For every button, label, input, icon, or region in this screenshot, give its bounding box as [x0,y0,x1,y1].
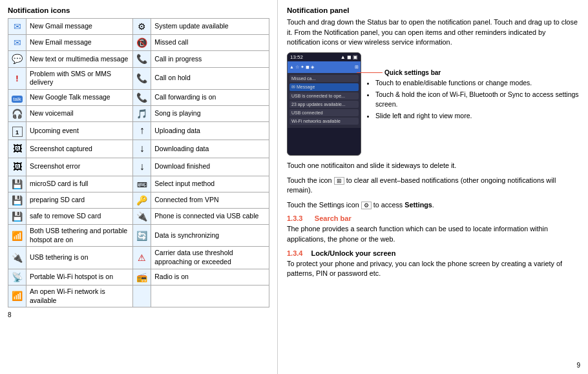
table-row: talkNew Google Talk message📞Call forward… [8,89,269,105]
label-cell-right: Radio is on [151,269,269,285]
label-cell-left: Both USB tethering and portable hotspot … [26,225,133,247]
icon-cell-right: ↓ [133,158,151,176]
icon-cell-right: 📞 [133,89,151,105]
table-row: 🖼Screenshot error↓Download finished [8,158,269,176]
quick-settings-bullets: Touch to enable/disable functions or cha… [368,78,579,121]
label-cell-left: An open Wi-Fi network is available [26,285,133,307]
touch-note: Touch one notificaiton and slide it side… [287,161,579,171]
icon-cell-right: 📞 [133,51,151,67]
label-cell-left: New voicemail [26,106,133,122]
icon-cell-left: 1 [8,122,26,140]
label-cell-left: Problem with SMS or MMS delivery [26,67,133,89]
notif-item-1: Missed ca... [289,75,359,82]
label-cell-left: preparing SD card [26,192,133,208]
icon-cell-left: ✉ [8,35,26,51]
label-cell-right: Missed call [151,35,269,51]
icon-cell-left: 💾 [8,192,26,208]
icon-cell-left: 🖼 [8,158,26,176]
icon-cell-right: ↓ [133,140,151,158]
table-row: !Problem with SMS or MMS delivery📞Call o… [8,67,269,89]
label-cell-right: Select input method [151,176,269,192]
table-row: 💾preparing SD card🔑 Connected from VPN [8,192,269,208]
phone-time: 13:52 [290,54,303,60]
icon-cell-left: 💾 [8,176,26,192]
icon-cell-left: 📡 [8,269,26,285]
left-section-title: Notification icons [8,6,269,14]
icon-cell-left: 🔌 [8,247,26,269]
icon-cell-right: 📻 [133,269,151,285]
phone-screenshot: 13:52 ▲ ◼ ▣ ▲ ☆ ✦ ◼ ◈ ⊞ Missed ca... ✉ M… [287,52,361,156]
qs-bullet-3: Slide left and right to view more. [375,111,579,121]
label-cell-right: Call on hold [151,67,269,89]
table-row: 💾safe to remove SD card🔌Phone is connect… [8,208,269,224]
phone-icons: ▲ ◼ ▣ [341,54,358,60]
label-cell-left: Upcoming event [26,122,133,140]
quick-settings-bullets-container: Touch to enable/disable functions or cha… [368,78,579,156]
section-133-number: 1.3.3 [287,214,302,222]
table-row: 🎧New voicemail🎵Song is playing [8,106,269,122]
quick-settings-bar-label: Quick settings bar [384,69,441,76]
label-cell-right [151,285,269,307]
label-cell-right: Download finished [151,158,269,176]
section-134-number: 1.3.4 [287,249,302,257]
label-cell-left: New Google Talk message [26,89,133,105]
search-bar-title: Search bar [315,214,352,222]
icon-cell-right: 📵 [133,35,151,51]
label-cell-left: safe to remove SD card [26,208,133,224]
right-page: Notification panel Touch and drag down t… [278,0,588,374]
label-cell-right: Call forwarding is on [151,89,269,105]
label-cell-right: Uploading data [151,122,269,140]
table-row: 🖼Screenshot captured↓Downloading data [8,140,269,158]
label-cell-left: New Gmail message [26,19,133,35]
phone-status-bar: 13:52 ▲ ◼ ▣ [288,53,361,61]
icon-cell-left: 🖼 [8,140,26,158]
table-row: 1Upcoming event↑Uploading data [8,122,269,140]
table-row: 💬New text or multimedia message📞Call in … [8,51,269,67]
right-section-title: Notification panel [287,6,579,14]
qs-bullet-1: Touch to enable/disable functions or cha… [375,78,579,88]
table-row: ✉New Gmail message⚙System update availab… [8,19,269,35]
label-cell-right: Song is playing [151,106,269,122]
icon-cell-right: ↑ [133,122,151,140]
icon-cell-right [133,285,151,307]
label-cell-right: Carrier data use threshold approaching o… [151,247,269,269]
icon-cell-right: ⚙ [133,19,151,35]
label-cell-right: Phone is connected via USB cable [151,208,269,224]
intro-text: Touch and drag down the Status bar to op… [287,17,579,48]
icon-cell-left: 📶 [8,285,26,307]
icon-cell-right: ⌨ [133,176,151,192]
table-row: 📶Both USB tethering and portable hotspot… [8,225,269,247]
icon-cell-right: 🎵 [133,106,151,122]
icon-cell-left: 💾 [8,208,26,224]
icon-cell-left: ! [8,67,26,89]
icon-cell-left: 🎧 [8,106,26,122]
notif-item-5: USB connected [289,109,359,116]
clear-note: Touch the icon ⊞ to clear all event–base… [287,176,579,196]
icon-cell-left: ✉ [8,19,26,35]
notif-item-4: 23 app updates available... [289,101,359,108]
notif-item-6: Wi-Fi networks available [289,118,359,125]
left-page: Notification icons ✉New Gmail message⚙Sy… [0,0,278,374]
label-cell-right: Data is synchronizing [151,225,269,247]
label-cell-right: Connected from VPN [151,192,269,208]
label-cell-right: Call in progress [151,51,269,67]
qs-bullet-2: Touch & hold the icon of Wi-Fi, Bluetoot… [375,90,579,110]
search-bar-text: The phone provides a search function whi… [287,224,579,244]
icon-cell-right: ⚠ [133,247,151,269]
table-row: 📡Portable Wi-Fi hotspot is on📻Radio is o… [8,269,269,285]
label-cell-left: Screenshot error [26,158,133,176]
label-cell-right: System update available [151,19,269,35]
quick-settings-section: 13:52 ▲ ◼ ▣ ▲ ☆ ✦ ◼ ◈ ⊞ Missed ca... ✉ M… [287,52,579,156]
page-number-left: 8 [8,311,269,318]
label-cell-left: USB tethering is on [26,247,133,269]
lock-title: Lock/Unlock your screen [311,249,396,257]
phone-notification-panel: Missed ca... ✉ Message USB is connected … [288,73,361,128]
settings-note: Touch the Settings icon ⚙ to access Sett… [287,200,579,211]
label-cell-left: New text or multimedia message [26,51,133,67]
icon-cell-right: 🔌 [133,208,151,224]
icon-cell-left: 📶 [8,225,26,247]
icon-cell-right: 🔑 [133,192,151,208]
page-number-right: 9 [576,362,580,369]
icon-cell-right: 📞 [133,67,151,89]
table-row: 📶An open Wi-Fi network is available [8,285,269,307]
